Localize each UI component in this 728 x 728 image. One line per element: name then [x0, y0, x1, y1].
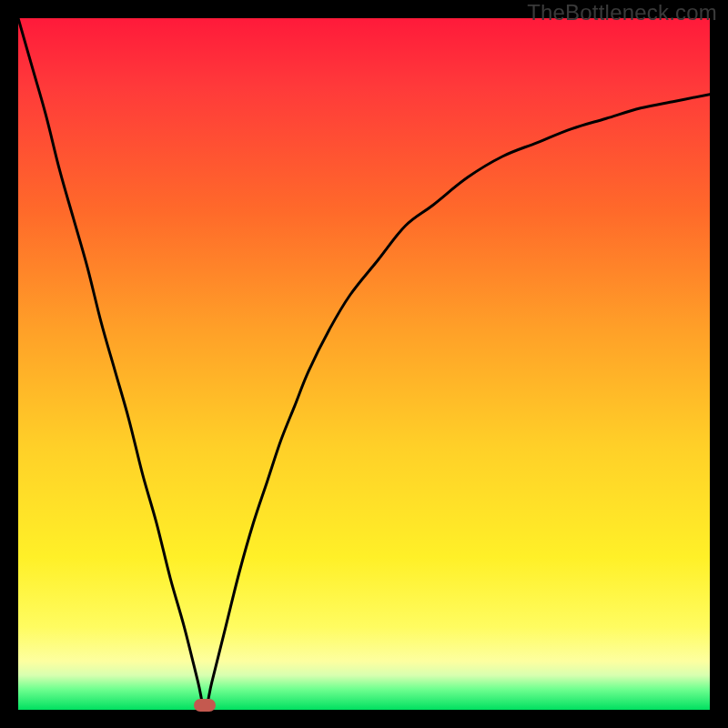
bottleneck-curve — [18, 18, 710, 710]
watermark-text: TheBottleneck.com — [527, 0, 717, 25]
chart-frame: TheBottleneck.com — [0, 0, 728, 728]
optimum-marker — [194, 699, 216, 712]
plot-area — [18, 18, 710, 710]
